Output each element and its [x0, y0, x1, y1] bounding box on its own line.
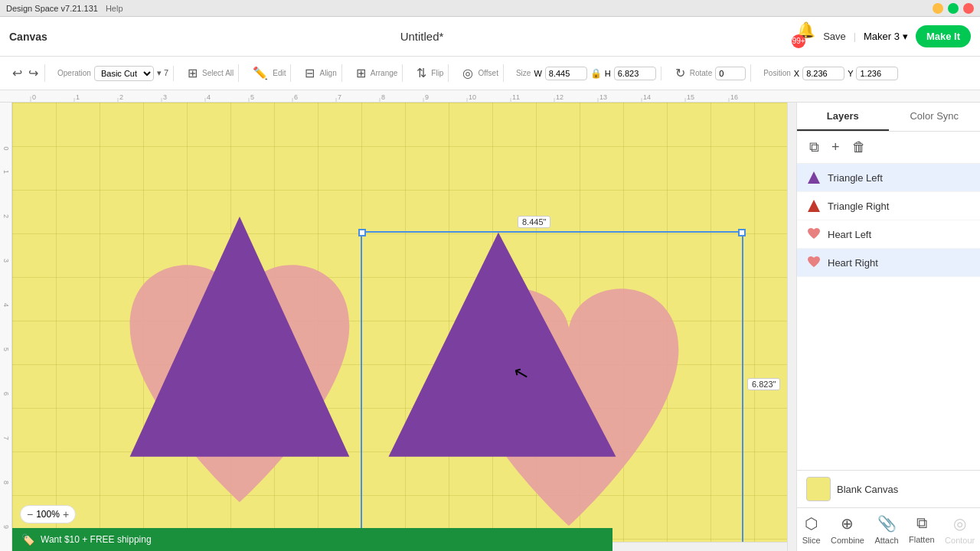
add-layer-button[interactable]: +: [828, 138, 843, 157]
triangle-right-layer-icon: [806, 198, 822, 214]
align-label: Align: [319, 69, 336, 77]
zoom-in-button[interactable]: +: [63, 508, 69, 520]
layers-list: Triangle Left Triangle Right Heart L: [797, 164, 980, 277]
canvas-area[interactable]: 8.445" 6.823" ↖ − 100% + 🏷️ Want $10 + F…: [12, 103, 796, 551]
promo-banner[interactable]: 🏷️ Want $10 + FREE shipping: [12, 528, 612, 551]
height-input[interactable]: [614, 67, 656, 80]
triangle-left-layer-icon: [806, 170, 822, 185]
combine-action[interactable]: ⊕ Combine: [831, 514, 864, 545]
header-right: 🔔 99+ Save | Maker 3 ▾ Make It: [796, 21, 971, 53]
operation-select[interactable]: Basic Cut: [94, 66, 154, 81]
svg-text:13: 13: [599, 93, 607, 101]
maximize-button[interactable]: [948, 3, 959, 14]
size-group: Size W 🔒 H: [511, 67, 662, 80]
select-all-button[interactable]: ⊞: [186, 64, 199, 82]
flip-group: ⇅ Flip: [410, 64, 449, 82]
svg-text:3: 3: [2, 259, 10, 262]
layer-item-triangle-right[interactable]: Triangle Right: [797, 192, 980, 220]
zoom-level: 100%: [36, 509, 60, 520]
svg-text:8: 8: [2, 481, 10, 484]
horizontal-ruler: 0 1 2 3 4 5 6 7 8 9 10 11 12 13: [0, 90, 980, 103]
titlebar: Design Space v7.21.131 Help: [0, 0, 980, 17]
tab-layers[interactable]: Layers: [797, 103, 889, 131]
layer-item-triangle-left[interactable]: Triangle Left: [797, 164, 980, 192]
align-button[interactable]: ⊟: [303, 64, 316, 82]
separator: |: [854, 31, 856, 42]
layer-item-heart-left[interactable]: Heart Left: [797, 220, 980, 249]
combine-label: Combine: [831, 536, 864, 545]
titlebar-help[interactable]: Help: [106, 4, 123, 13]
svg-marker-47: [808, 200, 820, 212]
edit-button[interactable]: ✏️: [251, 64, 270, 82]
arrange-button[interactable]: ⊞: [354, 64, 368, 82]
undo-button[interactable]: ↩: [11, 64, 24, 82]
offset-group: ◎ Offset: [456, 64, 504, 82]
promo-icon: 🏷️: [21, 533, 34, 546]
zoom-out-button[interactable]: −: [27, 508, 33, 520]
width-input[interactable]: [545, 67, 587, 80]
y-input[interactable]: [856, 67, 898, 80]
position-group: Position X Y: [759, 67, 903, 80]
maker-dropdown[interactable]: Maker 3 ▾: [864, 31, 908, 42]
rotate-icon[interactable]: ↻: [674, 64, 687, 82]
flip-label: Flip: [431, 69, 443, 77]
my-projects-link[interactable]: Save: [823, 31, 846, 42]
svg-text:1: 1: [2, 170, 10, 174]
makeit-button[interactable]: Make It: [916, 25, 971, 47]
panel-tabs: Layers Color Sync: [797, 103, 980, 132]
main-content: 0 1 2 3 4 5 6 7 8 9: [0, 103, 980, 551]
canvas-svg: [12, 103, 796, 551]
flip-button[interactable]: ⇅: [415, 64, 428, 82]
maker-label: Maker 3: [864, 31, 900, 42]
contour-action[interactable]: ◎ Contour: [945, 514, 975, 545]
select-all-label: Select All: [202, 69, 234, 77]
rotate-group: ↻ Rotate: [669, 64, 751, 82]
svg-text:0: 0: [32, 93, 36, 101]
contour-label: Contour: [945, 536, 975, 545]
y-label: Y: [848, 69, 853, 78]
svg-text:6: 6: [294, 93, 298, 101]
redo-button[interactable]: ↪: [27, 64, 40, 82]
flatten-action[interactable]: ⧉ Flatten: [909, 514, 935, 545]
heart-left-label: Heart Left: [828, 229, 871, 240]
rotate-input[interactable]: [715, 67, 746, 80]
close-button[interactable]: [963, 3, 974, 14]
vertical-ruler: 0 1 2 3 4 5 6 7 8 9: [0, 103, 12, 551]
delete-layer-button[interactable]: 🗑: [849, 138, 869, 157]
maker-chevron-icon: ▾: [903, 31, 908, 42]
vertical-scrollbar[interactable]: [787, 103, 796, 551]
svg-text:4: 4: [2, 303, 10, 307]
slice-icon: ⬡: [805, 514, 818, 533]
minimize-button[interactable]: [933, 3, 943, 14]
tab-colorsync[interactable]: Color Sync: [889, 103, 981, 131]
operation-group: Operation Basic Cut ▾ 7: [53, 66, 174, 81]
slice-action[interactable]: ⬡ Slice: [802, 514, 821, 545]
attach-action[interactable]: 📎 Attach: [874, 514, 898, 545]
layer-item-heart-right[interactable]: Heart Right: [797, 249, 980, 277]
attach-icon: 📎: [877, 514, 897, 533]
attach-label: Attach: [874, 536, 898, 545]
x-input[interactable]: [802, 67, 844, 80]
svg-text:5: 5: [2, 347, 10, 351]
app-header: Canvas Untitled* 🔔 99+ Save | Maker 3 ▾ …: [0, 17, 980, 57]
duplicate-layer-button[interactable]: ⧉: [806, 138, 822, 157]
svg-text:9: 9: [425, 93, 429, 101]
heart-left-layer-icon: [806, 227, 822, 242]
edit-label: Edit: [273, 69, 286, 77]
size-label: Size: [516, 69, 531, 77]
app-title: Untitled*: [57, 30, 787, 43]
notifications-wrapper[interactable]: 🔔 99+: [796, 21, 815, 53]
svg-text:14: 14: [643, 93, 651, 101]
canvas-color-swatch[interactable]: [806, 477, 831, 501]
width-dimension-label: 8.445": [518, 216, 550, 228]
offset-button[interactable]: ◎: [461, 64, 475, 82]
svg-text:10: 10: [469, 93, 476, 101]
triangle-left-label: Triangle Left: [828, 172, 883, 184]
contour-icon: ◎: [953, 514, 966, 533]
undo-redo-group: ↩ ↪: [6, 64, 45, 82]
canvas-section: Blank Canvas: [797, 470, 980, 507]
operation-label: Operation: [57, 69, 91, 77]
select-all-group: ⊞ Select All: [181, 64, 239, 82]
panel-actions: ⧉ + 🗑: [797, 132, 980, 164]
flatten-label: Flatten: [909, 535, 935, 544]
